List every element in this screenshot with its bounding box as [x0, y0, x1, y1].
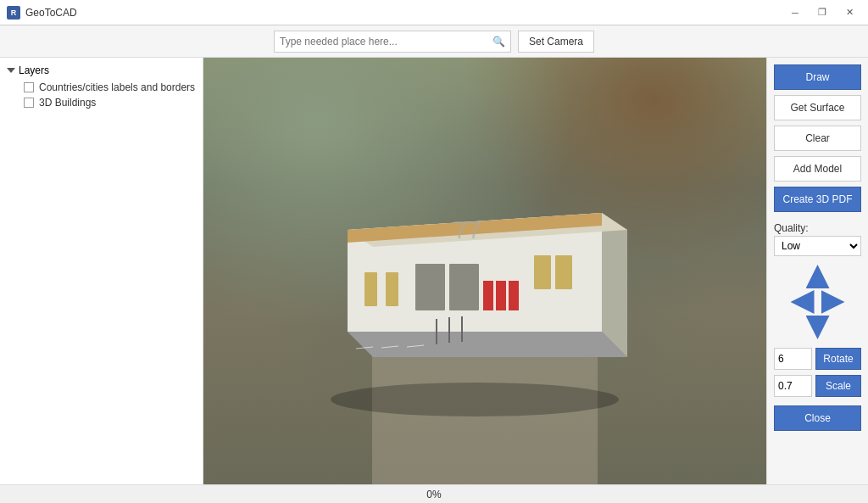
layer-group: Layers [7, 64, 196, 76]
minimize-button[interactable]: ─ [783, 4, 807, 21]
toolbar: 🔍 Set Camera [0, 25, 868, 58]
add-model-button[interactable]: Add Model [774, 156, 861, 182]
progress-text: 0% [426, 489, 441, 500]
layer-checkbox-0[interactable] [24, 82, 34, 92]
left-panel: Layers Countries/cities labels and borde… [0, 58, 203, 484]
layers-group-label: Layers [19, 64, 49, 76]
rotate-input[interactable]: 6 [774, 348, 812, 370]
rotate-button[interactable]: Rotate [815, 348, 861, 370]
scale-row: 0.7 Scale [774, 375, 861, 397]
layer-expand-icon[interactable] [7, 68, 15, 73]
svg-rect-10 [483, 281, 493, 310]
window-controls: ─ ❐ ✕ [783, 4, 861, 21]
quality-label: Quality: [774, 222, 861, 234]
svg-rect-12 [509, 281, 519, 310]
list-item: 3D Buildings [7, 95, 196, 110]
svg-marker-1 [348, 332, 627, 357]
scale-button[interactable]: Scale [815, 375, 861, 397]
building-3d-model: 77 [305, 162, 644, 416]
app-title: GeoToCAD [25, 7, 783, 19]
svg-rect-13 [534, 255, 551, 289]
svg-marker-2 [602, 213, 627, 357]
title-bar: R GeoToCAD ─ ❐ ✕ [0, 0, 868, 25]
search-icon: 🔍 [492, 36, 505, 48]
get-surface-button[interactable]: Get Surface [774, 95, 861, 120]
svg-rect-7 [386, 272, 398, 306]
app-icon: R [7, 6, 20, 20]
arrow-down-button[interactable] [806, 316, 830, 339]
main-area: Layers Countries/cities labels and borde… [0, 58, 868, 484]
svg-text:77: 77 [453, 215, 481, 243]
svg-rect-14 [555, 255, 572, 289]
draw-button[interactable]: Draw [774, 64, 861, 90]
arrow-up-button[interactable] [806, 265, 830, 288]
layer-tree: Layers Countries/cities labels and borde… [7, 64, 196, 110]
clear-button[interactable]: Clear [774, 126, 861, 151]
svg-rect-9 [449, 264, 479, 310]
status-bar: 0% [0, 484, 868, 503]
layer-label-0: Countries/cities labels and borders [39, 81, 195, 93]
svg-point-0 [331, 383, 619, 416]
set-camera-button[interactable]: Set Camera [518, 31, 594, 53]
svg-rect-11 [496, 281, 506, 310]
close-button[interactable]: Close [774, 405, 861, 431]
close-window-button[interactable]: ✕ [837, 4, 861, 21]
list-item: Countries/cities labels and borders [7, 80, 196, 95]
navigation-arrows [774, 265, 861, 339]
search-box: 🔍 [274, 31, 511, 53]
right-panel: Draw Get Surface Clear Add Model Create … [766, 58, 868, 484]
layer-label-1: 3D Buildings [39, 97, 96, 109]
layer-checkbox-1[interactable] [24, 98, 34, 108]
svg-rect-6 [364, 272, 377, 306]
scale-input[interactable]: 0.7 [774, 375, 812, 397]
restore-button[interactable]: ❐ [810, 4, 834, 21]
arrow-left-button[interactable] [791, 290, 815, 314]
map-view[interactable]: 77 [203, 58, 766, 484]
arrow-right-button[interactable] [821, 290, 845, 314]
quality-select[interactable]: Low Medium High [774, 236, 861, 256]
svg-rect-8 [415, 264, 445, 310]
search-input[interactable] [280, 36, 489, 48]
rotate-row: 6 Rotate [774, 348, 861, 370]
create-3d-pdf-button[interactable]: Create 3D PDF [774, 187, 861, 212]
